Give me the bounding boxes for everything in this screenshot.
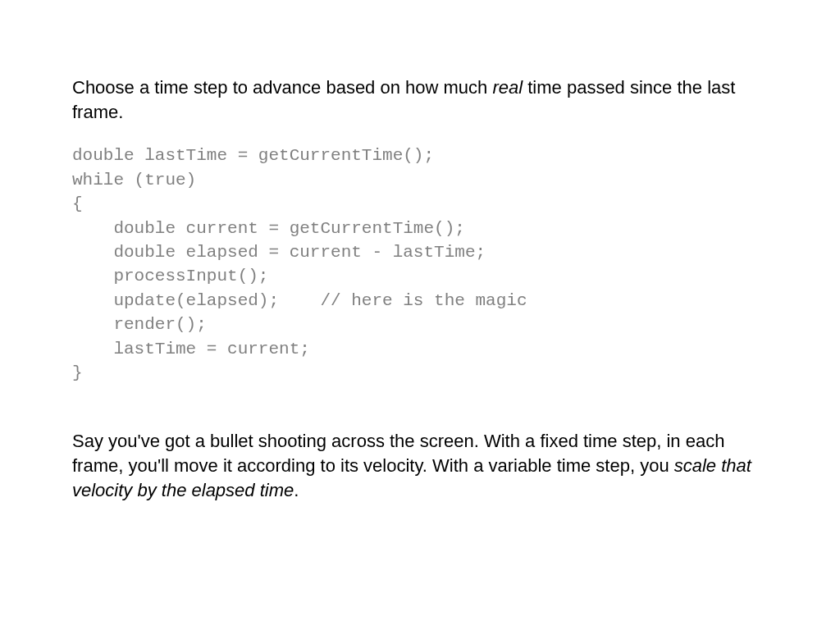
intro-text-before: Choose a time step to advance based on h… [72, 77, 492, 98]
intro-italic: real [492, 77, 523, 98]
explanation-paragraph: Say you've got a bullet shooting across … [72, 429, 768, 502]
explain-text-after: . [294, 480, 299, 500]
code-listing: double lastTime = getCurrentTime(); whil… [72, 144, 768, 385]
explain-text-before: Say you've got a bullet shooting across … [72, 431, 724, 476]
intro-paragraph: Choose a time step to advance based on h… [72, 75, 768, 124]
